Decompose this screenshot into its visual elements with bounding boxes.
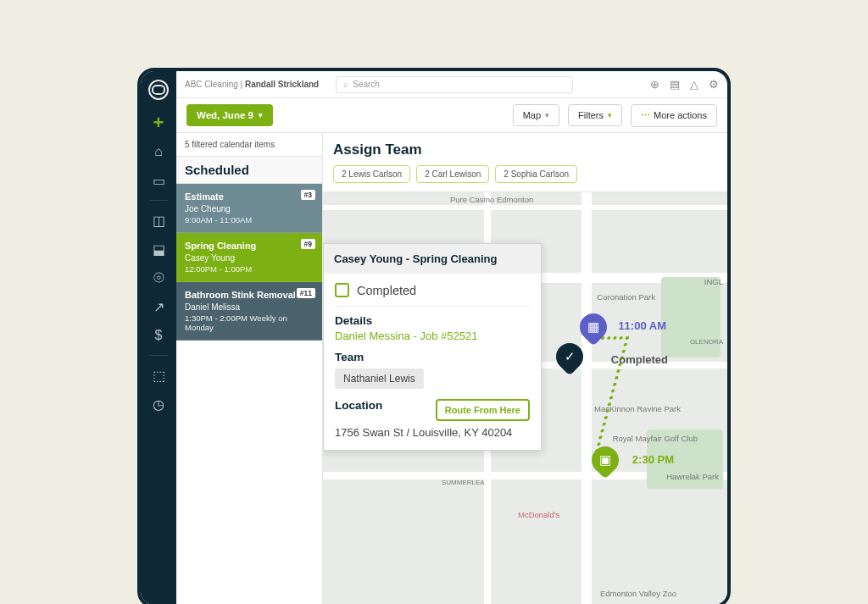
job-link[interactable]: Daniel Messina - Job #52521 [335,330,530,342]
address-text: 1756 Swan St / Louisville, KY 40204 [335,425,530,441]
team-chip[interactable]: 2 Lewis Carlson [333,165,410,183]
search-input[interactable]: ⌕ Search [336,76,573,93]
nav-invoice-icon[interactable]: $ [147,324,170,346]
location-label: Location [335,399,382,412]
team-label: Team [335,351,530,363]
assign-team-panel: Assign Team 2 Lewis Carlson 2 Carl Lewis… [323,133,727,192]
nav-reports-icon[interactable]: ⬚ [147,364,170,386]
pin-status-label: Completed [611,353,668,366]
completed-checkbox-row[interactable]: Completed [335,283,530,307]
chat-icon[interactable]: ▤ [670,78,680,91]
toolbar: Wed, June 9▾ Map▾ Filters▾ ⋯More actions [176,98,727,132]
globe-icon[interactable]: ⊕ [650,78,659,91]
pin-time-label: 11:00 AM [618,319,666,332]
team-member-chip[interactable]: Nathaniel Lewis [335,368,424,389]
schedule-card[interactable]: Spring Cleaning #9 Casey Young 12:00PM -… [176,233,322,282]
bell-icon[interactable]: △ [690,78,698,91]
search-icon: ⌕ [343,80,348,89]
nav-time-icon[interactable]: ◷ [147,393,170,415]
popup-title: Casey Young - Spring Cleaning [324,244,541,274]
nav-tools-icon[interactable]: ↗ [147,296,170,318]
details-label: Details [335,314,530,327]
app-logo [148,80,169,100]
breadcrumb: ABC Cleaning | Randall Strickland [185,80,319,89]
nav-contacts-icon[interactable]: ◫ [147,209,170,231]
clipboard-icon: ▦ [587,319,599,335]
job-popup: Casey Young - Spring Cleaning Completed … [323,243,542,451]
map-button[interactable]: Map▾ [513,104,559,126]
gear-icon[interactable]: ⚙ [709,78,719,91]
nav-search-icon[interactable]: ⦾ [147,267,170,289]
map-canvas[interactable]: Pure Casino Edmonton Coronation Park ING… [323,192,727,604]
more-actions-button[interactable]: ⋯More actions [631,104,717,127]
schedule-sidebar: 5 filtered calendar items Scheduled Esti… [176,133,323,604]
nav-home-icon[interactable]: ⌂ [147,141,170,163]
nav-calendar-icon[interactable]: ▭ [147,169,170,191]
truck-icon: ▣ [599,452,611,468]
topbar: ABC Cleaning | Randall Strickland ⌕ Sear… [176,71,727,98]
filters-button[interactable]: Filters▾ [568,104,622,126]
route-from-here-button[interactable]: Route From Here [436,399,530,421]
date-picker-button[interactable]: Wed, June 9▾ [186,104,273,126]
nav-inbox-icon[interactable]: ⬓ [147,238,170,260]
check-icon: ✓ [565,349,576,364]
nav-add[interactable]: + [147,112,170,134]
left-nav: + ⌂ ▭ ◫ ⬓ ⦾ ↗ $ ⬚ ◷ [141,71,176,604]
checkbox-icon[interactable] [335,283,349,297]
assign-team-title: Assign Team [333,141,717,158]
pin-time-label: 2:30 PM [632,453,674,466]
team-chip[interactable]: 2 Sophia Carlson [495,165,577,183]
schedule-card[interactable]: Bathroom Stink Removal #11 Daniel Meliss… [176,282,322,341]
scheduled-header: Scheduled [176,157,322,184]
schedule-card[interactable]: Estimate #3 Joe Cheung 9:00AM - 11:00AM [176,184,322,233]
team-chip[interactable]: 2 Carl Lewison [416,165,489,183]
filter-info: 5 filtered calendar items [176,133,322,157]
